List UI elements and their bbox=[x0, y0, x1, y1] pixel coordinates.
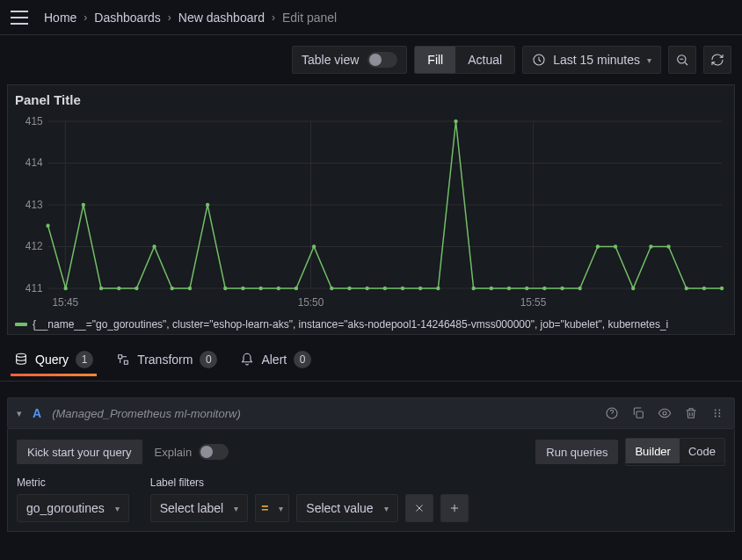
svg-text:15:45: 15:45 bbox=[52, 296, 78, 309]
chevron-down-icon: ▾ bbox=[234, 504, 238, 513]
transform-icon bbox=[116, 353, 130, 367]
metric-select[interactable]: go_goroutines ▾ bbox=[17, 494, 129, 522]
fill-button[interactable]: Fill bbox=[415, 47, 455, 73]
drag-handle[interactable] bbox=[709, 405, 725, 421]
svg-point-52 bbox=[649, 244, 652, 248]
label-select[interactable]: Select label ▾ bbox=[150, 494, 248, 522]
toggle-visibility-button[interactable] bbox=[657, 405, 673, 421]
svg-point-40 bbox=[436, 287, 440, 290]
refresh-icon bbox=[710, 53, 724, 67]
svg-point-26 bbox=[188, 287, 192, 290]
svg-point-42 bbox=[471, 287, 475, 290]
svg-point-50 bbox=[614, 244, 617, 248]
svg-point-47 bbox=[560, 287, 564, 290]
time-range-picker[interactable]: Last 15 minutes ▾ bbox=[522, 46, 661, 74]
query-row-body: Kick start your query Explain Run querie… bbox=[7, 429, 735, 532]
svg-text:15:55: 15:55 bbox=[520, 296, 547, 309]
svg-point-45 bbox=[525, 287, 528, 290]
svg-rect-59 bbox=[637, 411, 643, 418]
operator-select[interactable]: = ▾ bbox=[255, 494, 289, 522]
query-datasource-label: (Managed_Prometheus ml-monitorw) bbox=[52, 407, 241, 420]
value-select[interactable]: Select value ▾ bbox=[296, 494, 397, 522]
label-filters-label: Label filters bbox=[150, 476, 469, 489]
chevron-down-icon: ▾ bbox=[115, 504, 120, 513]
delete-button[interactable] bbox=[683, 405, 699, 421]
metric-value: go_goroutines bbox=[26, 501, 105, 515]
svg-point-18 bbox=[46, 224, 49, 228]
svg-point-57 bbox=[17, 353, 26, 357]
label-placeholder: Select label bbox=[160, 501, 223, 515]
svg-point-46 bbox=[542, 287, 546, 290]
tab-transform[interactable]: Transform 0 bbox=[116, 351, 217, 375]
query-ref-id[interactable]: A bbox=[33, 406, 41, 420]
svg-point-56 bbox=[720, 287, 724, 290]
grip-icon bbox=[711, 407, 724, 419]
svg-point-27 bbox=[206, 203, 209, 207]
tab-query-count: 1 bbox=[76, 351, 93, 368]
clock-icon bbox=[532, 53, 546, 67]
svg-point-66 bbox=[718, 416, 720, 418]
crumb-home[interactable]: Home bbox=[44, 11, 76, 25]
legend-label: {__name__="go_goroutines", cluster="esho… bbox=[33, 318, 668, 331]
svg-point-62 bbox=[718, 410, 720, 411]
svg-point-23 bbox=[135, 287, 138, 290]
crumb-new-dashboard[interactable]: New dashboard bbox=[178, 11, 265, 25]
add-filter-button[interactable] bbox=[440, 494, 469, 522]
tab-alert-label: Alert bbox=[261, 353, 287, 367]
svg-point-64 bbox=[718, 412, 720, 414]
svg-point-65 bbox=[715, 416, 717, 418]
builder-mode-button[interactable]: Builder bbox=[626, 439, 679, 463]
crumb-dashboards[interactable]: Dashboards bbox=[94, 11, 161, 25]
zoom-out-button[interactable] bbox=[668, 46, 696, 74]
label-filters-field: Label filters Select label ▾ = ▾ Select … bbox=[150, 476, 469, 522]
eye-icon bbox=[658, 406, 672, 420]
tab-transform-count: 0 bbox=[200, 351, 217, 368]
run-queries-button[interactable]: Run queries bbox=[535, 440, 618, 464]
tab-transform-label: Transform bbox=[137, 353, 193, 367]
help-button[interactable] bbox=[604, 405, 620, 421]
switch-off-icon[interactable] bbox=[199, 444, 229, 460]
chevron-right-icon: › bbox=[272, 11, 275, 24]
menu-icon[interactable] bbox=[11, 11, 28, 25]
svg-point-20 bbox=[82, 203, 85, 207]
chart[interactable]: 41141241341441515:4515:5015:55 bbox=[15, 113, 727, 315]
tab-alert[interactable]: Alert 0 bbox=[240, 351, 311, 375]
metric-field: Metric go_goroutines ▾ bbox=[17, 476, 129, 522]
panel-title: Panel Title bbox=[15, 92, 727, 107]
chevron-down-icon: ▾ bbox=[279, 504, 283, 513]
breadcrumb: Home › Dashboards › New dashboard › Edit… bbox=[44, 11, 337, 25]
chevron-down-icon: ▾ bbox=[647, 55, 651, 65]
explain-label: Explain bbox=[155, 446, 193, 459]
switch-off-icon[interactable] bbox=[367, 52, 397, 68]
metric-field-label: Metric bbox=[17, 476, 129, 489]
close-icon bbox=[413, 502, 426, 514]
legend[interactable]: {__name__="go_goroutines", cluster="esho… bbox=[15, 318, 727, 331]
svg-point-28 bbox=[223, 287, 227, 290]
svg-point-54 bbox=[685, 287, 688, 290]
query-editor: ▾ A (Managed_Prometheus ml-monitorw) Kic… bbox=[0, 382, 742, 539]
actual-button[interactable]: Actual bbox=[455, 47, 514, 73]
svg-point-32 bbox=[295, 287, 298, 290]
refresh-button[interactable] bbox=[703, 46, 731, 74]
explain-toggle[interactable]: Explain bbox=[155, 444, 229, 460]
svg-point-60 bbox=[663, 411, 666, 415]
svg-point-44 bbox=[507, 287, 511, 290]
svg-point-61 bbox=[715, 410, 717, 411]
svg-point-38 bbox=[401, 287, 404, 290]
svg-point-55 bbox=[702, 287, 706, 290]
duplicate-button[interactable] bbox=[630, 405, 646, 421]
kick-start-button[interactable]: Kick start your query bbox=[17, 440, 142, 464]
svg-text:15:50: 15:50 bbox=[298, 296, 324, 309]
database-icon bbox=[14, 353, 28, 367]
svg-point-25 bbox=[171, 287, 174, 290]
tab-alert-count: 0 bbox=[294, 351, 311, 368]
tab-query[interactable]: Query 1 bbox=[14, 351, 93, 375]
collapse-toggle[interactable]: ▾ bbox=[17, 408, 22, 419]
panel: Panel Title 41141241341441515:4515:5015:… bbox=[7, 84, 735, 335]
svg-text:414: 414 bbox=[25, 156, 43, 169]
code-mode-button[interactable]: Code bbox=[680, 439, 724, 463]
svg-point-37 bbox=[383, 287, 387, 290]
remove-filter-button[interactable] bbox=[405, 494, 433, 522]
table-view-toggle[interactable]: Table view bbox=[292, 46, 407, 74]
copy-icon bbox=[631, 406, 645, 420]
